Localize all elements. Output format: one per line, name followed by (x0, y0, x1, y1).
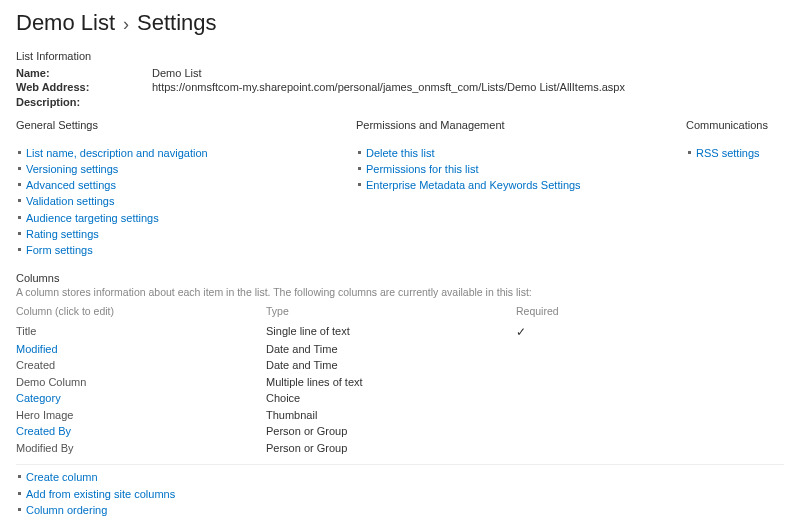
list-info-label: Description: (16, 95, 152, 109)
col-header-name: Column (click to edit) (16, 304, 266, 320)
list-info-value: https://onmsftcom-my.sharepoint.com/pers… (152, 80, 625, 94)
column-name[interactable]: Title (16, 323, 266, 341)
column-required (516, 357, 596, 374)
column-type: Thumbnail (266, 407, 516, 424)
table-row: Modified ByPerson or Group (16, 440, 784, 457)
list-info-row: Web Address:https://onmsftcom-my.sharepo… (16, 80, 784, 94)
col-header-type: Type (266, 304, 516, 320)
permissions-link[interactable]: Delete this list (366, 147, 434, 159)
column-action-item: Create column (18, 471, 784, 484)
permissions-item: Enterprise Metadata and Keywords Setting… (358, 179, 686, 192)
column-required (516, 341, 596, 358)
table-row: Created ByPerson or Group (16, 423, 784, 440)
column-actions: Create columnAdd from existing site colu… (16, 471, 784, 521)
column-type: Date and Time (266, 341, 516, 358)
general-settings-item: List name, description and navigation (18, 147, 356, 160)
table-row: Hero ImageThumbnail (16, 407, 784, 424)
permissions-item: Delete this list (358, 147, 686, 160)
list-info-label: Web Address: (16, 80, 152, 94)
permissions-link[interactable]: Enterprise Metadata and Keywords Setting… (366, 179, 581, 191)
list-info-row: Name:Demo List (16, 66, 784, 80)
column-action-link[interactable]: Create column (26, 471, 98, 483)
list-info-table: Name:Demo ListWeb Address:https://onmsft… (16, 66, 784, 109)
column-type: Person or Group (266, 423, 516, 440)
communications-link[interactable]: RSS settings (696, 147, 760, 159)
list-info-heading: List Information (16, 50, 784, 62)
general-settings-heading: General Settings (16, 119, 356, 131)
check-icon: ✓ (516, 325, 526, 339)
breadcrumb-separator: › (123, 14, 129, 35)
list-info-label: Name: (16, 66, 152, 80)
columns-table-body: TitleSingle line of text✓ModifiedDate an… (16, 323, 784, 457)
general-settings-link[interactable]: Form settings (26, 244, 93, 256)
column-required (516, 440, 596, 457)
general-settings-item: Versioning settings (18, 163, 356, 176)
column-required (516, 407, 596, 424)
table-row: Demo ColumnMultiple lines of text (16, 374, 784, 391)
general-settings-link[interactable]: Rating settings (26, 228, 99, 240)
general-settings-links: List name, description and navigationVer… (16, 147, 356, 257)
table-row: TitleSingle line of text✓ (16, 323, 784, 341)
column-name[interactable]: Demo Column (16, 374, 266, 391)
general-settings-item: Validation settings (18, 195, 356, 208)
communications-item: RSS settings (688, 147, 784, 160)
table-row: CategoryChoice (16, 390, 784, 407)
column-name-link[interactable]: Created By (16, 425, 71, 437)
column-type: Choice (266, 390, 516, 407)
column-type: Single line of text (266, 323, 516, 341)
breadcrumb-list-link[interactable]: Demo List (16, 10, 115, 36)
permissions-col: Permissions and Management Delete this l… (356, 119, 686, 260)
communications-heading: Communications (686, 119, 784, 131)
communications-links: RSS settings (686, 147, 784, 160)
general-settings-link[interactable]: Validation settings (26, 195, 114, 207)
column-type: Date and Time (266, 357, 516, 374)
column-required (516, 423, 596, 440)
columns-description: A column stores information about each i… (16, 286, 784, 298)
general-settings-link[interactable]: List name, description and navigation (26, 147, 208, 159)
general-settings-item: Form settings (18, 244, 356, 257)
communications-col: Communications RSS settings (686, 119, 784, 260)
divider (16, 464, 784, 465)
breadcrumb: Demo List › Settings (16, 0, 784, 44)
column-name[interactable]: Hero Image (16, 407, 266, 424)
general-settings-item: Rating settings (18, 228, 356, 241)
column-required (516, 374, 596, 391)
columns-table-header: Column (click to edit) Type Required (16, 304, 784, 320)
column-action-link[interactable]: Add from existing site columns (26, 488, 175, 500)
column-required (516, 390, 596, 407)
column-action-item: Add from existing site columns (18, 488, 784, 501)
permissions-link[interactable]: Permissions for this list (366, 163, 478, 175)
column-type: Person or Group (266, 440, 516, 457)
table-row: ModifiedDate and Time (16, 341, 784, 358)
column-action-item: Column ordering (18, 504, 784, 517)
column-required: ✓ (516, 323, 596, 341)
page-title: Settings (137, 10, 217, 36)
general-settings-item: Advanced settings (18, 179, 356, 192)
column-name[interactable]: Created (16, 357, 266, 374)
general-settings-link[interactable]: Audience targeting settings (26, 212, 159, 224)
general-settings-link[interactable]: Versioning settings (26, 163, 118, 175)
column-name-link[interactable]: Modified (16, 343, 58, 355)
list-info-row: Description: (16, 95, 784, 109)
permissions-heading: Permissions and Management (356, 119, 686, 131)
settings-grid: General Settings List name, description … (16, 119, 784, 260)
permissions-links: Delete this listPermissions for this lis… (356, 147, 686, 193)
column-name[interactable]: Modified By (16, 440, 266, 457)
general-settings-item: Audience targeting settings (18, 212, 356, 225)
table-row: CreatedDate and Time (16, 357, 784, 374)
column-name-link[interactable]: Category (16, 392, 61, 404)
columns-heading: Columns (16, 272, 784, 284)
list-info-value: Demo List (152, 66, 202, 80)
col-header-required: Required (516, 304, 596, 320)
permissions-item: Permissions for this list (358, 163, 686, 176)
general-settings-link[interactable]: Advanced settings (26, 179, 116, 191)
general-settings-col: General Settings List name, description … (16, 119, 356, 260)
column-type: Multiple lines of text (266, 374, 516, 391)
column-action-link[interactable]: Column ordering (26, 504, 107, 516)
